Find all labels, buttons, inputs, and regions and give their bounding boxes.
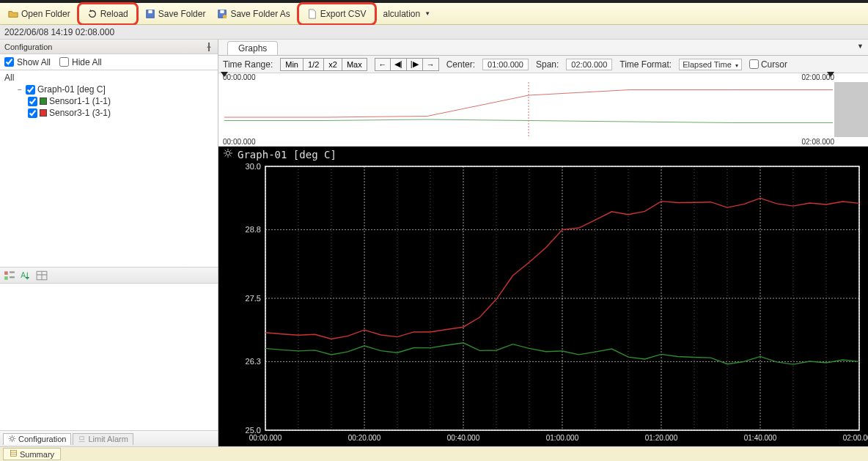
main-chart-area: Graph-01 [deg C] 25.026.327.528.830.000:… <box>218 147 868 446</box>
time-range-label: Time Range: <box>223 59 273 70</box>
toolbar-label: Reload <box>100 9 128 19</box>
svg-text:00:20.000: 00:20.000 <box>348 434 381 442</box>
time-format-label: Time Format: <box>619 59 672 70</box>
toolbar-label: Save Folder <box>158 9 206 19</box>
chevron-down-icon: ▾ <box>735 62 738 69</box>
check-label: Show All <box>17 57 51 67</box>
nav-button-set: ← ◀| |▶ → <box>375 58 439 71</box>
svg-text:28.8: 28.8 <box>246 225 261 234</box>
svg-text:02:00.000: 02:00.000 <box>843 434 868 442</box>
range-button-set: Min 1/2 x2 Max <box>280 58 367 71</box>
show-all-checkbox[interactable]: Show All <box>4 57 51 67</box>
tree-label: Sensor1-1 (1-1) <box>49 96 111 106</box>
main-toolbar: Open Folder Reload Save Folder Save Fold… <box>0 3 868 25</box>
svg-rect-6 <box>4 276 8 280</box>
gear-icon[interactable] <box>223 148 233 161</box>
check-label: Hide All <box>72 57 102 67</box>
span-value[interactable]: 02:00.000 <box>566 59 612 70</box>
property-area <box>0 284 218 430</box>
tab-limit-alarm[interactable]: Limit Alarm <box>73 433 133 445</box>
svg-point-11 <box>10 437 13 440</box>
center-value[interactable]: 01:00.000 <box>482 59 529 70</box>
property-toolbar: A <box>0 268 218 284</box>
timestamp-text: 2022/06/08 14:19 02:08.000 <box>4 27 114 37</box>
time-control-bar: Time Range: Min 1/2 x2 Max ← ◀| |▶ → Cen… <box>218 56 868 73</box>
tree-node-sensor1[interactable]: Sensor1-1 (1-1) <box>26 95 215 107</box>
range-max-button[interactable]: Max <box>342 58 367 71</box>
tree-toggle-icon[interactable]: − <box>16 86 23 94</box>
tree-label: Graph-01 [deg C] <box>37 84 106 95</box>
step-back-button[interactable]: ◀| <box>391 58 407 71</box>
overview-label-bl: 00:00.000 <box>223 138 256 146</box>
svg-text:00:00.000: 00:00.000 <box>249 434 282 442</box>
range-x2-button[interactable]: x2 <box>324 58 342 71</box>
svg-text:A: A <box>21 271 26 279</box>
overview-label-br: 02:08.000 <box>802 138 835 146</box>
overview-chart[interactable]: 00:00.000 02:00.000 00:00.000 02:08.000 <box>218 73 868 147</box>
summary-tab[interactable]: Summary <box>3 448 61 460</box>
tab-label: Graphs <box>238 43 267 54</box>
svg-rect-1 <box>148 10 152 12</box>
seek-start-button[interactable]: ← <box>375 58 391 71</box>
gear-icon <box>8 435 16 444</box>
cursor-checkbox[interactable]: Cursor <box>749 59 787 70</box>
tab-dropdown-icon[interactable]: ▼ <box>857 43 864 50</box>
tree-node-sensor3[interactable]: Sensor3-1 (3-1) <box>26 107 215 119</box>
toolbar-label: Save Folder As <box>230 9 290 19</box>
timestamp-bar: 2022/06/08 14:19 02:08.000 <box>0 25 868 40</box>
grid-icon[interactable] <box>35 269 48 282</box>
tree-root-all[interactable]: All <box>3 72 215 84</box>
toolbar-label: Open Folder <box>21 9 70 19</box>
series-color-swatch <box>40 97 47 105</box>
svg-text:30.0: 30.0 <box>246 162 261 171</box>
range-marker-right[interactable] <box>827 72 834 77</box>
toolbar-label: Export CSV <box>320 9 367 19</box>
tree-label: All <box>4 73 14 83</box>
tab-configuration[interactable]: Configuration <box>3 433 71 445</box>
left-sidebar: Configuration Show All Hide All All <box>0 40 218 446</box>
chart-title-row: Graph-01 [deg C] <box>218 147 868 162</box>
svg-text:00:40.000: 00:40.000 <box>447 434 480 442</box>
svg-point-14 <box>226 151 229 155</box>
export-csv-highlight: Export CSV <box>297 2 377 26</box>
folder-open-icon <box>8 9 18 19</box>
step-fwd-button[interactable]: |▶ <box>407 58 423 71</box>
open-folder-button[interactable]: Open Folder <box>3 5 76 23</box>
series-color-swatch <box>40 109 47 117</box>
range-marker-left[interactable] <box>221 72 228 77</box>
span-label: Span: <box>536 59 559 70</box>
export-csv-button[interactable]: Export CSV <box>302 5 372 23</box>
seek-end-button[interactable]: → <box>423 58 439 71</box>
save-folder-as-button[interactable]: Save Folder As <box>212 5 295 23</box>
svg-rect-7 <box>10 271 15 273</box>
alarm-icon <box>78 435 86 444</box>
overview-plot <box>224 82 833 137</box>
svg-text:26.3: 26.3 <box>246 357 261 366</box>
toolbar-label: alculation <box>383 9 421 19</box>
main-chart-plot[interactable]: 25.026.327.528.830.000:00.00000:20.00000… <box>218 162 868 446</box>
tab-label: Configuration <box>18 435 66 443</box>
categorize-icon[interactable] <box>3 269 16 282</box>
tab-graphs[interactable]: Graphs <box>227 41 278 55</box>
svg-rect-52 <box>10 450 16 456</box>
reload-button[interactable]: Reload <box>82 5 133 23</box>
svg-text:01:40.000: 01:40.000 <box>744 434 777 442</box>
svg-rect-12 <box>80 436 84 439</box>
tab-label: Limit Alarm <box>88 435 128 443</box>
main-tab-row: Graphs ▼ <box>218 40 868 56</box>
sort-az-icon[interactable]: A <box>19 269 32 282</box>
save-folder-button[interactable]: Save Folder <box>140 5 211 23</box>
range-half-button[interactable]: 1/2 <box>304 58 324 71</box>
chart-title: Graph-01 [deg C] <box>238 149 336 161</box>
calculation-button[interactable]: alculation ▼ <box>378 5 436 23</box>
tree-node-graph01[interactable]: − Graph-01 [deg C] <box>15 84 215 95</box>
svg-rect-8 <box>10 276 15 278</box>
svg-rect-3 <box>221 10 224 12</box>
range-min-button[interactable]: Min <box>280 58 304 71</box>
reload-icon <box>87 9 98 19</box>
center-label: Center: <box>446 59 475 70</box>
hide-all-checkbox[interactable]: Hide All <box>59 57 102 67</box>
pane-title: Configuration <box>4 43 52 51</box>
pin-icon[interactable] <box>205 43 213 51</box>
time-format-select[interactable]: Elapsed Time ▾ <box>679 59 742 70</box>
